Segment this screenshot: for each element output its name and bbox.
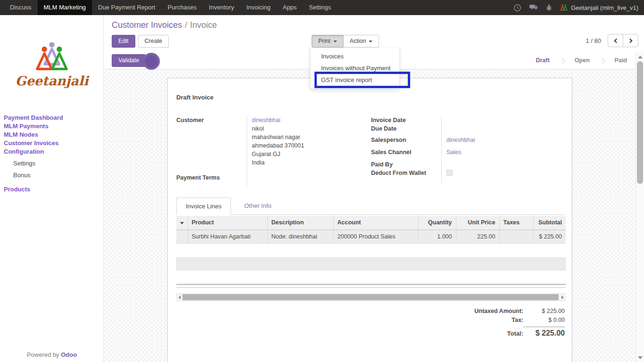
field-group-left: Customer dineshbhai nikol mahashwari nag… <box>176 116 333 187</box>
cell-description: Node: dineshbhai <box>267 230 333 243</box>
nav-item-due-payment-report[interactable]: Due Payment Report <box>92 0 161 15</box>
col-description: Description <box>267 216 333 230</box>
nav-item-mlm-marketing[interactable]: MLM Marketing <box>38 0 92 15</box>
due-date-value <box>441 124 446 133</box>
arrow-up-icon[interactable] <box>638 56 643 58</box>
expand-caret-icon <box>180 222 184 224</box>
customer-value: dineshbhai nikol mahashwari nagar ahmeda… <box>247 116 304 167</box>
tab-other-info[interactable]: Other Info <box>236 197 280 215</box>
col-taxes: Taxes <box>499 216 533 230</box>
nav-item-discuss[interactable]: Discuss <box>4 0 38 15</box>
field-salesperson: Salesperson dineshbhai <box>371 136 564 144</box>
deduct-from-wallet-label: Deduct From Wallet <box>371 169 441 177</box>
sales-channel-value-link[interactable]: Sales <box>441 148 461 156</box>
breadcrumb-current: Invoice <box>190 20 217 30</box>
odoo-brand-link[interactable]: Odoo <box>61 351 77 358</box>
sidebar-item-payment-dashboard[interactable]: Payment Dashboard <box>0 114 104 122</box>
breadcrumb-separator: / <box>182 20 190 30</box>
powered-by-text: Powered by <box>27 351 59 358</box>
arrow-down-icon[interactable] <box>638 356 643 359</box>
customer-address-line: Gujarat GJ <box>252 150 304 158</box>
breadcrumb-parent-link[interactable]: Customer Invoices <box>112 20 182 30</box>
chevron-left-icon <box>614 38 619 43</box>
debug-bug-icon[interactable] <box>545 4 553 11</box>
sidebar-item-customer-invoices[interactable]: Customer Invoices <box>0 139 104 148</box>
payment-terms-label: Payment Terms <box>176 173 247 182</box>
status-pipeline: Draft Open Paid <box>532 52 631 69</box>
sales-channel-label: Sales Channel <box>371 148 441 156</box>
nav-item-settings[interactable]: Settings <box>303 0 337 15</box>
nav-item-apps[interactable]: Apps <box>277 0 303 15</box>
cell-subtotal: $ 225.00 <box>533 230 566 243</box>
pager-previous-button[interactable] <box>608 34 623 47</box>
sidebar-item-mlm-payments[interactable]: MLM Payments <box>0 122 104 131</box>
nav-item-purchases[interactable]: Purchases <box>162 0 203 15</box>
expand-caret-header[interactable] <box>176 216 188 230</box>
chat-bubbles-icon[interactable] <box>529 4 538 11</box>
menu-item-gst-invoice-report[interactable]: GST invoice report <box>311 74 399 86</box>
notebook-tabs: Invoice Lines Other Info <box>176 197 565 215</box>
paid-by-value <box>441 160 446 169</box>
arrow-left-icon[interactable] <box>178 296 181 299</box>
field-paid-by: Paid By <box>371 160 564 169</box>
create-button[interactable]: Create <box>138 35 169 48</box>
arrow-right-icon[interactable] <box>561 296 564 299</box>
customer-name-link[interactable]: dineshbhai <box>252 116 304 124</box>
tax-value: $ 0.00 <box>523 317 565 323</box>
menu-item-invoices-without-payment[interactable]: Invoices without Payment <box>311 62 399 74</box>
cell-quantity: 1.000 <box>418 230 456 243</box>
customer-label: Customer <box>176 116 247 167</box>
invoice-date-label: Invoice Date <box>371 116 441 124</box>
left-sidebar: Geetanjali Payment Dashboard MLM Payment… <box>0 15 104 362</box>
sidebar-menu: Payment Dashboard MLM Payments MLM Nodes… <box>0 114 104 194</box>
vertical-scrollbar[interactable] <box>636 52 644 362</box>
invoice-form-sheet: Draft Invoice Customer dineshbhai nikol … <box>167 78 572 362</box>
tab-invoice-lines[interactable]: Invoice Lines <box>176 197 231 215</box>
sidebar-item-configuration[interactable]: Configuration <box>0 148 104 156</box>
pager-count[interactable]: 1 / 80 <box>586 37 601 44</box>
field-payment-terms: Payment Terms <box>176 173 333 182</box>
sidebar-item-bonus[interactable]: Bonus <box>0 171 104 180</box>
section-divider <box>176 284 566 288</box>
tax-row: Tax: $ 0.00 <box>433 317 565 323</box>
print-dropdown-button[interactable]: Print <box>312 35 344 48</box>
clock-icon[interactable] <box>513 4 521 12</box>
edit-button[interactable]: Edit <box>112 35 135 48</box>
field-invoice-date: Invoice Date <box>371 116 564 124</box>
sidebar-item-mlm-nodes[interactable]: MLM Nodes <box>0 131 104 139</box>
field-group-right: Invoice Date Due Date Salesperson dinesh… <box>371 116 564 183</box>
salesperson-value-link[interactable]: dineshbhai <box>441 136 475 144</box>
cell-product: Surbhi Havan Agarbati <box>188 230 267 243</box>
salesperson-label: Salesperson <box>371 136 441 144</box>
nav-item-invoicing[interactable]: Invoicing <box>240 0 276 15</box>
untaxed-amount-row: Untaxed Amount: $ 225.00 <box>433 308 565 314</box>
company-mini-logo <box>560 4 568 11</box>
user-menu[interactable]: Geetanjali (mlm_live_v1) <box>560 4 638 11</box>
field-separator-line <box>247 116 247 187</box>
invoice-lines-table: Product Description Account Quantity Uni… <box>176 216 566 244</box>
action-dropdown-group: Print Action <box>312 35 379 48</box>
customer-address-line: India <box>252 158 304 167</box>
action-dropdown-button[interactable]: Action <box>343 35 380 48</box>
validate-button[interactable]: Validate <box>112 54 146 67</box>
cell-unit-price: 225.00 <box>456 230 499 243</box>
invoice-line-row[interactable]: Surbhi Havan Agarbati Node: dineshbhai 2… <box>176 230 566 243</box>
horizontal-scrollbar-thumb[interactable] <box>182 294 559 300</box>
sidebar-item-settings[interactable]: Settings <box>0 159 104 168</box>
pager-next-button[interactable] <box>623 34 638 47</box>
deduct-from-wallet-checkbox[interactable] <box>446 170 453 176</box>
menu-item-invoices[interactable]: Invoices <box>311 50 399 62</box>
paid-by-label: Paid By <box>371 160 441 169</box>
control-panel: Customer Invoices/Invoice Edit Create Pr… <box>104 15 644 52</box>
topbar-right-tools: Geetanjali (mlm_live_v1) <box>513 0 644 15</box>
nav-item-inventory[interactable]: Inventory <box>203 0 240 15</box>
sidebar-item-products[interactable]: Products <box>0 185 104 194</box>
powered-by: Powered by Odoo <box>0 351 104 358</box>
horizontal-scrollbar[interactable] <box>176 293 566 301</box>
company-logo-graphic <box>29 41 74 73</box>
vertical-scrollbar-thumb[interactable] <box>637 61 643 184</box>
cell-taxes <box>499 230 533 243</box>
invoice-date-value <box>441 116 446 124</box>
field-separator-line <box>441 116 442 183</box>
top-nav-menu: Discuss MLM Marketing Due Payment Report… <box>0 0 337 15</box>
